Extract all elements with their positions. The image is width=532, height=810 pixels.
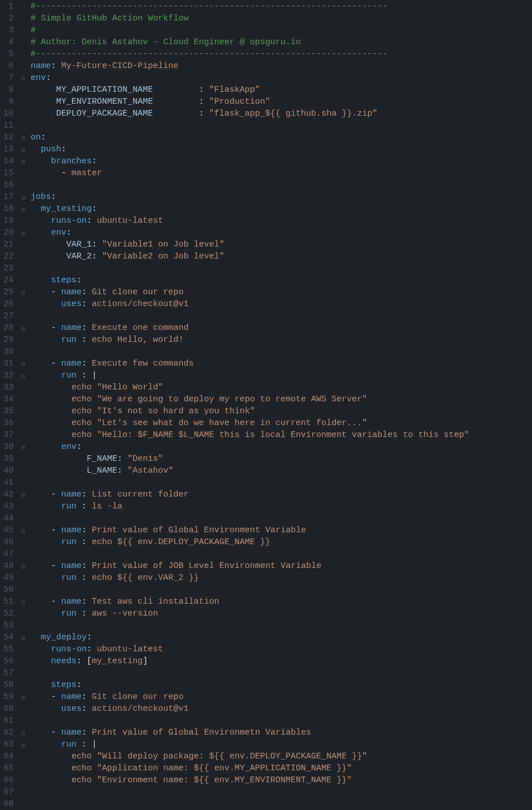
code-line[interactable]: run : echo ${{ env.DEPLOY_PACKAGE_NAME }… xyxy=(31,536,532,548)
code-line[interactable] xyxy=(31,620,532,631)
code-line[interactable]: # Simple GitHub Action Workflow xyxy=(31,12,532,24)
fold-marker[interactable]: ⊟ xyxy=(22,286,28,298)
code-line[interactable]: env: xyxy=(31,441,532,453)
fold-marker[interactable]: ⊟ xyxy=(22,596,28,608)
code-line[interactable]: uses: actions/checkout@v1 xyxy=(31,703,532,715)
code-line[interactable]: # Author: Denis Astahov - Cloud Engineer… xyxy=(31,36,532,48)
code-line[interactable]: steps: xyxy=(31,274,532,286)
fold-marker[interactable]: ⊟ xyxy=(22,739,28,750)
code-line[interactable] xyxy=(31,548,532,560)
fold-marker xyxy=(22,24,28,36)
code-line[interactable]: run : ls -la xyxy=(31,501,532,512)
code-line[interactable] xyxy=(31,120,532,132)
code-line[interactable] xyxy=(31,262,532,274)
fold-marker[interactable]: ⊟ xyxy=(22,143,28,155)
fold-marker[interactable]: ⊟ xyxy=(22,727,28,739)
line-number: 9 xyxy=(3,96,14,108)
code-line[interactable]: branches: xyxy=(31,155,532,167)
code-line[interactable]: uses: actions/checkout@v1 xyxy=(31,298,532,310)
code-line[interactable]: env: xyxy=(31,227,532,239)
code-line[interactable]: echo "Hello: $F_NAME $L_NAME this is loc… xyxy=(31,429,532,441)
fold-marker[interactable]: ⊟ xyxy=(22,560,28,572)
code-area[interactable]: #---------------------------------------… xyxy=(31,0,532,810)
code-line[interactable] xyxy=(31,310,532,322)
code-line[interactable]: run : | xyxy=(31,739,532,750)
code-line[interactable]: L_NAME: "Astahov" xyxy=(31,465,532,477)
fold-marker[interactable]: ⊟ xyxy=(22,370,28,381)
code-line[interactable]: echo "Environment name: ${{ env.MY_ENVIR… xyxy=(31,774,532,786)
fold-marker[interactable]: ⊟ xyxy=(22,631,28,643)
code-line[interactable]: - name: Print value of JOB Level Environ… xyxy=(31,560,532,572)
code-line[interactable]: jobs: xyxy=(31,191,532,203)
code-line[interactable]: VAR_2: "Variable2 on Job level" xyxy=(31,251,532,262)
code-line[interactable] xyxy=(31,179,532,191)
code-line[interactable]: - name: Execute one command xyxy=(31,322,532,334)
code-line[interactable]: runs-on: ubuntu-latest xyxy=(31,643,532,655)
code-line[interactable] xyxy=(31,512,532,524)
code-line[interactable]: needs: [my_testing] xyxy=(31,655,532,667)
fold-marker[interactable]: ⊟ xyxy=(22,227,28,239)
code-line[interactable] xyxy=(31,477,532,489)
code-line[interactable]: run : aws --version xyxy=(31,608,532,620)
fold-marker[interactable]: ⊟ xyxy=(22,441,28,453)
line-number: 54 xyxy=(3,631,14,643)
code-line[interactable]: steps: xyxy=(31,679,532,691)
code-line[interactable]: echo "We are going to deploy my repo to … xyxy=(31,393,532,405)
code-line[interactable] xyxy=(31,715,532,727)
line-number: 6 xyxy=(3,60,14,72)
code-line[interactable]: on: xyxy=(31,132,532,143)
code-line[interactable]: run : | xyxy=(31,370,532,381)
code-line[interactable]: - name: Git clone our repo xyxy=(31,286,532,298)
fold-marker[interactable]: ⊟ xyxy=(22,203,28,215)
code-line[interactable]: run : echo ${{ env.VAR_2 }} xyxy=(31,572,532,584)
code-line[interactable]: #---------------------------------------… xyxy=(31,48,532,60)
fold-marker[interactable]: ⊟ xyxy=(22,489,28,501)
code-line[interactable]: echo "Application name: ${{ env.MY_APPLI… xyxy=(31,762,532,774)
code-line[interactable]: DEPLOY_PACKAGE_NAME : "flask_app_${{ git… xyxy=(31,108,532,120)
code-line[interactable]: # xyxy=(31,24,532,36)
code-line[interactable]: name: My-Future-CICD-Pipeline xyxy=(31,60,532,72)
code-line[interactable]: VAR_1: "Variable1 on Job level" xyxy=(31,239,532,251)
code-editor[interactable]: 1234567891011121314151617181920212223242… xyxy=(0,0,532,810)
line-number: 4 xyxy=(3,36,14,48)
code-line[interactable]: runs-on: ubuntu-latest xyxy=(31,215,532,227)
line-number: 43 xyxy=(3,501,14,512)
code-line[interactable]: F_NAME: "Denis" xyxy=(31,453,532,465)
fold-marker[interactable]: ⊟ xyxy=(22,524,28,536)
code-line[interactable]: my_deploy: xyxy=(31,631,532,643)
code-line[interactable]: - name: Git clone our repo xyxy=(31,691,532,703)
code-line[interactable] xyxy=(31,786,532,798)
fold-marker xyxy=(22,36,28,48)
code-line[interactable]: MY_APPLICATION_NAME : "FlaskApp" xyxy=(31,84,532,96)
code-line[interactable] xyxy=(31,667,532,679)
code-line[interactable]: - name: Print value of Global Environmen… xyxy=(31,524,532,536)
line-number: 2 xyxy=(3,12,14,24)
fold-marker[interactable]: ⊟ xyxy=(22,72,28,84)
code-line[interactable]: - name: Test aws cli installation xyxy=(31,596,532,608)
fold-marker[interactable]: ⊟ xyxy=(22,691,28,703)
fold-marker[interactable]: ⊟ xyxy=(22,155,28,167)
code-line[interactable]: - name: List current folder xyxy=(31,489,532,501)
code-line[interactable]: echo "Let's see what do we have here in … xyxy=(31,417,532,429)
code-line[interactable]: MY_ENVIRONMENT_NAME : "Production" xyxy=(31,96,532,108)
fold-marker[interactable]: ⊟ xyxy=(22,322,28,334)
code-line[interactable]: echo "Hello World" xyxy=(31,381,532,393)
fold-marker[interactable]: ⊟ xyxy=(22,191,28,203)
fold-marker xyxy=(22,120,28,132)
code-line[interactable] xyxy=(31,584,532,596)
code-line[interactable]: - master xyxy=(31,167,532,179)
code-line[interactable] xyxy=(31,346,532,358)
fold-column[interactable]: ⊟⊟⊟⊟⊟⊟⊟⊟⊟⊟⊟⊟⊟⊟⊟⊟⊟⊟⊟⊟ xyxy=(22,0,31,810)
code-line[interactable]: #---------------------------------------… xyxy=(31,1,532,12)
fold-marker[interactable]: ⊟ xyxy=(22,132,28,143)
fold-marker[interactable]: ⊟ xyxy=(22,358,28,370)
code-line[interactable]: echo "Will deploy package: ${{ env.DEPLO… xyxy=(31,750,532,762)
code-line[interactable]: env: xyxy=(31,72,532,84)
code-line[interactable]: my_testing: xyxy=(31,203,532,215)
code-line[interactable]: run : echo Hello, world! xyxy=(31,334,532,346)
code-line[interactable]: - name: Print value of Global Environmet… xyxy=(31,727,532,739)
code-line[interactable]: - name: Execute few commands xyxy=(31,358,532,370)
code-line[interactable] xyxy=(31,798,532,810)
code-line[interactable]: push: xyxy=(31,143,532,155)
code-line[interactable]: echo "It's not so hard as you think" xyxy=(31,405,532,417)
